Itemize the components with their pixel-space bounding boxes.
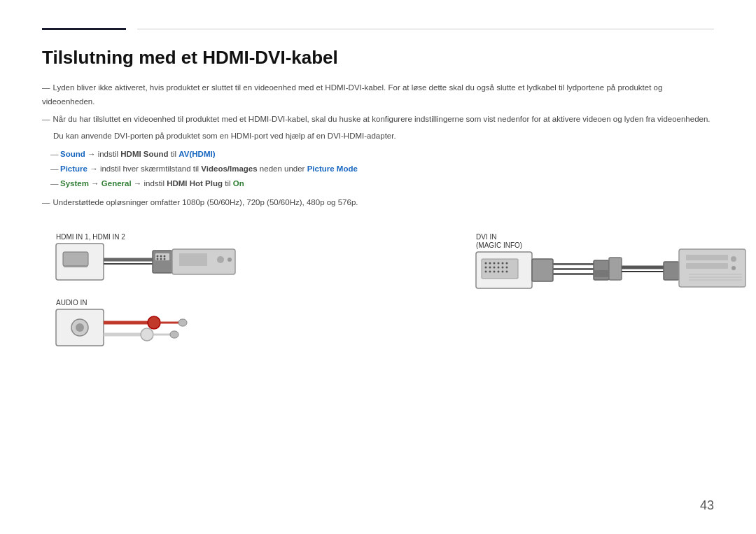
svg-rect-62 bbox=[686, 263, 728, 269]
svg-rect-61 bbox=[686, 255, 728, 260]
svg-marker-55 bbox=[594, 270, 609, 277]
svg-rect-56 bbox=[609, 258, 622, 280]
svg-point-41 bbox=[498, 266, 500, 268]
svg-point-46 bbox=[493, 270, 496, 272]
svg-point-48 bbox=[502, 270, 504, 272]
svg-rect-31 bbox=[482, 259, 518, 279]
svg-rect-53 bbox=[553, 273, 595, 275]
right-diagram: DVI IN (MAGIC INFO) bbox=[462, 230, 756, 323]
page-title: Tilslutning med et HDMI-DVI-kabel bbox=[42, 47, 714, 69]
right-diagram-svg: DVI IN (MAGIC INFO) bbox=[462, 230, 756, 321]
svg-point-37 bbox=[506, 262, 508, 264]
svg-point-11 bbox=[160, 258, 162, 260]
svg-point-64 bbox=[732, 266, 736, 270]
svg-point-47 bbox=[498, 270, 500, 272]
bullet-item-1: Sound → indstil HDMI Sound til AV(HDMI) bbox=[53, 147, 714, 162]
hdmi-label: HDMI IN 1, HDMI IN 2 bbox=[56, 233, 125, 241]
svg-marker-2 bbox=[63, 266, 88, 267]
svg-point-36 bbox=[502, 262, 504, 264]
svg-point-43 bbox=[506, 266, 508, 268]
svg-point-21 bbox=[148, 316, 160, 329]
svg-rect-27 bbox=[170, 331, 178, 338]
diagram-area: HDMI IN 1, HDMI IN 2 bbox=[42, 230, 714, 379]
svg-rect-14 bbox=[179, 253, 207, 266]
svg-point-10 bbox=[157, 258, 159, 260]
svg-point-34 bbox=[493, 262, 496, 264]
svg-text:(MAGIC INFO): (MAGIC INFO) bbox=[476, 241, 522, 249]
thin-line bbox=[137, 29, 714, 29]
audio-label: AUDIO IN bbox=[56, 299, 87, 307]
svg-point-39 bbox=[489, 266, 491, 268]
svg-point-44 bbox=[485, 270, 487, 272]
svg-rect-1 bbox=[63, 252, 88, 266]
bullet-item-3: System → General → indstil HDMI Hot Plug… bbox=[53, 176, 714, 191]
svg-point-63 bbox=[731, 256, 736, 262]
svg-rect-51 bbox=[553, 263, 595, 265]
svg-rect-52 bbox=[553, 268, 595, 270]
svg-rect-50 bbox=[532, 259, 553, 281]
svg-point-49 bbox=[506, 270, 508, 272]
svg-point-9 bbox=[164, 255, 166, 257]
left-diagram-svg: HDMI IN 1, HDMI IN 2 bbox=[42, 230, 364, 377]
paragraph-3: —Understøttede opløsninger omfatter 1080… bbox=[42, 196, 714, 210]
paragraph-2: —Når du har tilsluttet en videoenhed til… bbox=[42, 113, 714, 127]
svg-point-7 bbox=[157, 255, 159, 257]
svg-point-38 bbox=[485, 266, 487, 268]
svg-point-15 bbox=[217, 256, 224, 263]
svg-point-32 bbox=[485, 262, 487, 264]
svg-point-45 bbox=[489, 270, 491, 272]
svg-point-16 bbox=[227, 258, 232, 262]
svg-rect-23 bbox=[178, 319, 187, 326]
svg-point-8 bbox=[160, 255, 162, 257]
bullet-item-2: Picture → indstil hver skærmtilstand til… bbox=[53, 162, 714, 176]
svg-point-42 bbox=[502, 266, 504, 268]
svg-point-33 bbox=[489, 262, 491, 264]
svg-point-35 bbox=[498, 262, 500, 264]
svg-point-19 bbox=[76, 323, 84, 332]
accent-bar bbox=[42, 28, 126, 30]
page: Tilslutning med et HDMI-DVI-kabel —Lyden… bbox=[0, 0, 756, 534]
page-number: 43 bbox=[700, 498, 714, 513]
left-diagram: HDMI IN 1, HDMI IN 2 bbox=[42, 230, 364, 379]
svg-point-12 bbox=[164, 258, 166, 260]
svg-point-40 bbox=[493, 266, 496, 268]
paragraph-1: —Lyden bliver ikke aktiveret, hvis produ… bbox=[42, 81, 714, 108]
svg-point-25 bbox=[141, 328, 153, 341]
bullet-list: Sound → indstil HDMI Sound til AV(HDMI) … bbox=[53, 147, 714, 190]
svg-text:DVI IN: DVI IN bbox=[476, 233, 496, 241]
svg-rect-59 bbox=[664, 262, 679, 280]
paragraph-2-sub: Du kan anvende DVI-porten på produktet s… bbox=[53, 129, 714, 143]
top-line-decoration bbox=[42, 28, 714, 30]
